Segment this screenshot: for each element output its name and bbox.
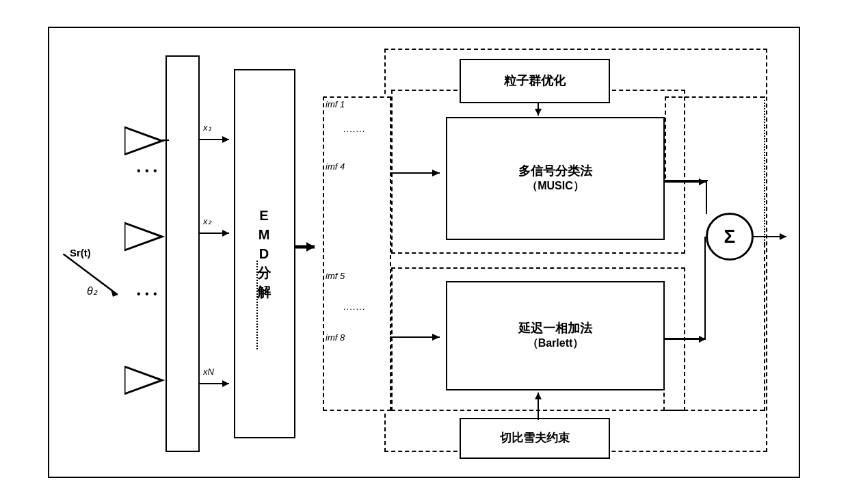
svg-marker-16	[432, 334, 440, 341]
arrow-pso-to-music	[533, 102, 544, 120]
imf8-label: imf 8	[326, 332, 345, 343]
barlett-sum-vert	[704, 237, 706, 339]
dotted-vertical-emd	[256, 261, 258, 349]
svg-marker-2	[124, 367, 162, 394]
arrow-cheb-to-barlett	[533, 389, 544, 420]
imf1-label: imf 1	[326, 99, 345, 109]
thick-arrow-emd-to-imf	[294, 240, 332, 254]
antenna-dots-2: • • •	[137, 288, 158, 300]
arrow-x2	[198, 226, 236, 240]
music-subtitle: （MUSIC）	[527, 179, 584, 194]
dashed-right-vert-2	[764, 243, 765, 411]
pso-label: 粒子群优化	[504, 72, 566, 89]
pso-box: 粒子群优化	[460, 59, 610, 103]
dashed-barlett-right	[663, 336, 665, 411]
barlett-sum-horiz	[663, 338, 706, 339]
svg-marker-12	[306, 242, 315, 252]
emd-box: E M D 分 解	[234, 69, 295, 438]
dashed-right-connect-1	[665, 96, 666, 178]
theta-label: θ₂	[87, 284, 97, 297]
imf-dots-bottom: .......	[343, 302, 365, 312]
antenna-1	[124, 124, 165, 161]
sum-circle: Σ	[706, 213, 754, 261]
svg-marker-20	[535, 393, 542, 399]
dashed-right-vert	[764, 96, 765, 243]
antenna-n	[124, 363, 165, 400]
svg-marker-10	[222, 380, 229, 387]
imf-dots-top: .......	[343, 124, 365, 134]
imf4-label: imf 4	[326, 161, 345, 172]
antenna-column-box	[165, 55, 200, 452]
antenna-dots-1: • • •	[137, 165, 158, 177]
imf-selection-box	[323, 96, 391, 411]
emd-label: E M D 分 解	[257, 206, 272, 302]
x1-label: x₁	[203, 122, 211, 133]
barlett-box: 延迟一相加法 （Barlett）	[446, 281, 665, 390]
imf5-label: imf 5	[326, 271, 345, 281]
svg-marker-0	[124, 127, 162, 155]
xN-label: xN	[203, 367, 214, 377]
antenna-n-icon	[124, 363, 165, 397]
music-right-vert	[706, 180, 707, 214]
arrow-sum-out	[752, 232, 793, 242]
dashed-bottom-right	[663, 410, 764, 411]
sigma-label: Σ	[724, 226, 736, 248]
svg-marker-8	[222, 230, 229, 237]
arrow-xN	[198, 377, 236, 390]
antenna-2	[124, 220, 165, 256]
svg-marker-1	[124, 223, 162, 250]
svg-marker-6	[222, 136, 229, 143]
antenna-1-icon	[124, 124, 165, 158]
arrow-x1	[198, 133, 236, 146]
music-to-right	[663, 180, 708, 181]
arrow-imf-to-barlett	[390, 332, 448, 343]
barlett-subtitle: （Barlett）	[527, 336, 584, 351]
arrow-ant1-to-box	[162, 140, 169, 141]
svg-marker-14	[432, 170, 440, 176]
antenna-2-icon	[124, 220, 165, 254]
dashed-top-right	[665, 96, 764, 98]
music-title: 多信号分类法	[518, 163, 592, 179]
music-box: 多信号分类法 （MUSIC）	[446, 117, 665, 240]
chebyshev-box: 切比雪夫约束	[460, 418, 610, 459]
svg-marker-26	[780, 233, 786, 240]
barlett-title: 延迟一相加法	[518, 320, 592, 336]
diagram-container: E M D 分 解 粒子群优化 多信号分类法 （MUSIC） 延迟一相加法 （B…	[48, 27, 800, 478]
arrow-music-to-sum	[663, 177, 711, 187]
svg-marker-18	[535, 109, 542, 116]
arrow-imf-to-music	[390, 168, 448, 178]
chebyshev-label: 切比雪夫约束	[500, 430, 570, 446]
signal-line	[63, 254, 131, 308]
x2-label: x₂	[203, 216, 211, 226]
